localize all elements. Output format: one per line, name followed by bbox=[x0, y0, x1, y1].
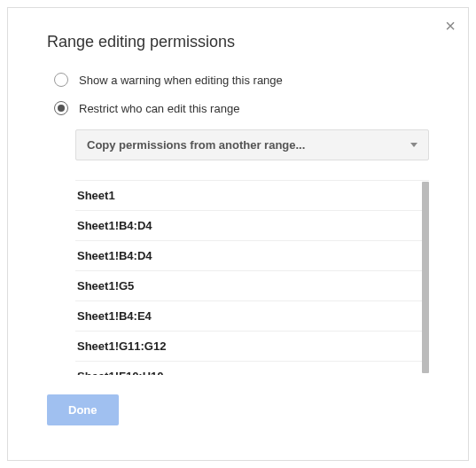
dropdown-label: Copy permissions from another range... bbox=[87, 138, 305, 152]
done-button[interactable]: Done bbox=[47, 394, 119, 425]
list-item[interactable]: Sheet1!B4:D4 bbox=[75, 241, 429, 271]
list-item[interactable]: Sheet1!B4:E4 bbox=[75, 301, 429, 332]
button-row: Done bbox=[47, 394, 468, 425]
list-item[interactable]: Sheet1!G5 bbox=[75, 271, 429, 301]
radio-icon bbox=[54, 73, 68, 87]
dialog-title: Range editing permissions bbox=[8, 8, 468, 51]
list-item[interactable]: Sheet1!G11:G12 bbox=[75, 332, 429, 362]
dropdown-area: Copy permissions from another range... bbox=[75, 129, 429, 160]
radio-label: Restrict who can edit this range bbox=[79, 102, 239, 115]
range-list-wrapper: Sheet1Sheet1!B4:D4Sheet1!B4:D4Sheet1!G5S… bbox=[75, 180, 429, 375]
chevron-down-icon bbox=[410, 143, 417, 147]
radio-option-warning[interactable]: Show a warning when editing this range bbox=[54, 73, 468, 87]
list-item[interactable]: Sheet1!B4:D4 bbox=[75, 211, 429, 241]
copy-permissions-dropdown[interactable]: Copy permissions from another range... bbox=[75, 129, 429, 160]
range-list[interactable]: Sheet1Sheet1!B4:D4Sheet1!B4:D4Sheet1!G5S… bbox=[75, 180, 429, 375]
range-permissions-dialog: × Range editing permissions Show a warni… bbox=[7, 7, 469, 461]
close-icon[interactable]: × bbox=[445, 17, 456, 35]
radio-option-restrict[interactable]: Restrict who can edit this range bbox=[54, 101, 468, 115]
radio-icon bbox=[54, 101, 68, 115]
list-item[interactable]: Sheet1 bbox=[75, 180, 429, 211]
radio-label: Show a warning when editing this range bbox=[79, 74, 283, 87]
permission-mode-radio-group: Show a warning when editing this range R… bbox=[54, 73, 468, 115]
list-item[interactable]: Sheet1!F10:H10 bbox=[75, 362, 429, 375]
scrollbar-thumb[interactable] bbox=[422, 182, 429, 373]
scrollbar[interactable] bbox=[422, 182, 429, 373]
